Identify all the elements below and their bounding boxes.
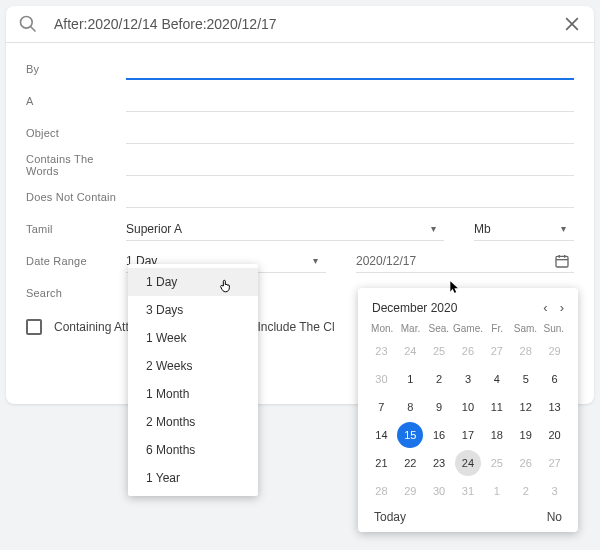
calendar-next-icon[interactable]: › <box>560 300 564 315</box>
svg-rect-4 <box>556 256 568 267</box>
calendar-day[interactable]: 29 <box>542 338 568 364</box>
calendar-day[interactable]: 24 <box>455 450 481 476</box>
calendar-day[interactable]: 5 <box>513 366 539 392</box>
date-range-option[interactable]: 1 Day <box>128 268 258 296</box>
not-have-label: Does Not Contain <box>26 191 126 203</box>
caret-down-icon: ▾ <box>431 223 436 234</box>
calendar-day[interactable]: 28 <box>368 478 394 504</box>
calendar-dow-label: Game. <box>453 323 483 334</box>
calendar-day[interactable]: 3 <box>455 366 481 392</box>
date-range-option[interactable]: 6 Months <box>128 436 258 464</box>
search-icon <box>18 14 38 34</box>
calendar-day[interactable]: 22 <box>397 450 423 476</box>
calendar-dow-label: Mon. <box>368 323 396 334</box>
calendar-day[interactable]: 10 <box>455 394 481 420</box>
search-bar: After:2020/12/14 Before:2020/12/17 <box>6 6 594 43</box>
date-range-option[interactable]: 3 Days <box>128 296 258 324</box>
calendar-day[interactable]: 16 <box>426 422 452 448</box>
calendar-dow-label: Fr. <box>483 323 511 334</box>
calendar-day[interactable]: 28 <box>513 338 539 364</box>
calendar-day[interactable]: 30 <box>368 366 394 392</box>
to-label: A <box>26 95 126 107</box>
date-range-option[interactable]: 1 Week <box>128 324 258 352</box>
calendar-day[interactable]: 23 <box>426 450 452 476</box>
calendar-day[interactable]: 26 <box>455 338 481 364</box>
calendar-day[interactable]: 25 <box>484 450 510 476</box>
size-comparator-value: Superior A <box>126 222 182 236</box>
checkbox-icon[interactable] <box>26 319 42 335</box>
subject-field[interactable] <box>126 122 574 144</box>
calendar-day[interactable]: 9 <box>426 394 452 420</box>
calendar-dow-label: Sea. <box>425 323 453 334</box>
size-unit-value: Mb <box>474 222 491 236</box>
calendar-dow-label: Sam. <box>511 323 539 334</box>
svg-line-1 <box>31 27 36 32</box>
calendar-day[interactable]: 27 <box>484 338 510 364</box>
from-label: By <box>26 63 126 75</box>
calendar-dow-label: Mar. <box>396 323 424 334</box>
calendar-day[interactable]: 29 <box>397 478 423 504</box>
calendar-none-button[interactable]: No <box>547 510 562 524</box>
calendar-day[interactable]: 19 <box>513 422 539 448</box>
calendar-day[interactable]: 1 <box>484 478 510 504</box>
to-field[interactable] <box>126 90 574 112</box>
calendar-day[interactable]: 30 <box>426 478 452 504</box>
calendar-day[interactable]: 15 <box>397 422 423 448</box>
calendar-day[interactable]: 7 <box>368 394 394 420</box>
calendar-day[interactable]: 8 <box>397 394 423 420</box>
date-range-dropdown: 1 Day3 Days1 Week2 Weeks1 Month2 Months6… <box>128 264 258 496</box>
size-label: Tamil <box>26 223 126 235</box>
calendar-day[interactable]: 27 <box>542 450 568 476</box>
calendar-day[interactable]: 24 <box>397 338 423 364</box>
date-input[interactable]: 2020/12/17 <box>356 249 574 273</box>
calendar-today-button[interactable]: Today <box>374 510 406 524</box>
calendar-dow-label: Sun. <box>540 323 568 334</box>
calendar-day[interactable]: 14 <box>368 422 394 448</box>
date-range-label: Date Range <box>26 255 126 267</box>
calendar-month-title: December 2020 <box>372 301 457 315</box>
calendar-day[interactable]: 21 <box>368 450 394 476</box>
caret-down-icon: ▾ <box>561 223 566 234</box>
calendar-day[interactable]: 4 <box>484 366 510 392</box>
calendar-day[interactable]: 1 <box>397 366 423 392</box>
calendar-day[interactable]: 23 <box>368 338 394 364</box>
calendar-day[interactable]: 3 <box>542 478 568 504</box>
calendar-day[interactable]: 2 <box>513 478 539 504</box>
search-query[interactable]: After:2020/12/14 Before:2020/12/17 <box>54 16 562 32</box>
svg-point-0 <box>21 17 33 29</box>
caret-down-icon: ▾ <box>313 255 318 266</box>
date-range-option[interactable]: 1 Month <box>128 380 258 408</box>
date-range-option[interactable]: 1 Year <box>128 464 258 492</box>
calendar-day[interactable]: 31 <box>455 478 481 504</box>
calendar-day[interactable]: 2 <box>426 366 452 392</box>
from-field[interactable] <box>126 58 574 80</box>
size-unit-select[interactable]: Mb ▾ <box>474 217 574 241</box>
not-have-field[interactable] <box>126 186 574 208</box>
date-value: 2020/12/17 <box>356 254 416 268</box>
date-picker: December 2020 ‹ › Mon.Mar.Sea.Game.Fr.Sa… <box>358 288 578 532</box>
calendar-day[interactable]: 11 <box>484 394 510 420</box>
calendar-day[interactable]: 17 <box>455 422 481 448</box>
calendar-day[interactable]: 18 <box>484 422 510 448</box>
calendar-icon[interactable] <box>554 253 570 269</box>
calendar-day[interactable]: 26 <box>513 450 539 476</box>
close-icon[interactable] <box>562 14 582 34</box>
calendar-day[interactable]: 6 <box>542 366 568 392</box>
search-in-label: Search <box>26 287 126 299</box>
has-words-field[interactable] <box>126 154 574 176</box>
calendar-day[interactable]: 13 <box>542 394 568 420</box>
subject-label: Object <box>26 127 126 139</box>
calendar-day[interactable]: 25 <box>426 338 452 364</box>
date-range-option[interactable]: 2 Weeks <box>128 352 258 380</box>
has-words-label: Contains The Words <box>26 153 126 177</box>
size-comparator-select[interactable]: Superior A ▾ <box>126 217 444 241</box>
calendar-prev-icon[interactable]: ‹ <box>543 300 547 315</box>
calendar-day[interactable]: 20 <box>542 422 568 448</box>
date-range-option[interactable]: 2 Months <box>128 408 258 436</box>
calendar-day[interactable]: 12 <box>513 394 539 420</box>
